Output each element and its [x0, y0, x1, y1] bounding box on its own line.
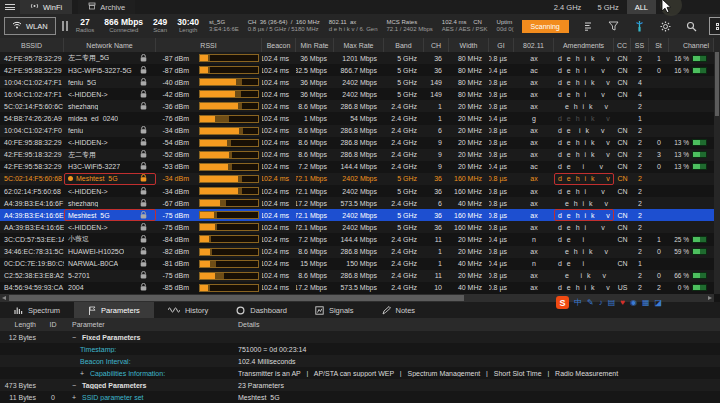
table-row[interactable]: B4:56:94:59:93:CA2004-85 dBm102.4 ms17.2…: [0, 282, 714, 294]
expand-icon[interactable]: +: [72, 394, 78, 401]
table-row[interactable]: 42:FE:95:58:32:29H3C-WiFi5-3227-53 dBm10…: [0, 161, 714, 173]
expand-icon[interactable]: +: [80, 370, 86, 377]
search-icon[interactable]: [685, 19, 699, 33]
table-row[interactable]: 62:02:14:F5:60:68<-HIDDEN->-34 dBm102.4 …: [0, 185, 714, 197]
table-row[interactable]: 54:B8:74:26:26:A9midea_ed_0240-76 dBm102…: [0, 112, 714, 124]
detail-row[interactable]: +Capabilities Information:Transmitter is…: [0, 367, 720, 379]
column-header-gi[interactable]: GI: [489, 38, 514, 52]
table-row[interactable]: 0C:DC:7E:19:B0:C9NARWAL-B0CA-81 dBm102.4…: [0, 258, 714, 270]
scroll-left-arrow-icon[interactable]: [2, 296, 6, 300]
column-header-network-name[interactable]: Network Name: [64, 38, 156, 52]
wlan-adapter-button[interactable]: WLAN: [4, 17, 56, 35]
detail-row[interactable]: Timestamp:751000 = 0d 00:23:14: [0, 343, 720, 355]
cell-amendments: d e i: [554, 258, 614, 270]
tab-spectrum[interactable]: Spectrum: [0, 302, 74, 318]
column-header-band[interactable]: Band: [384, 38, 424, 52]
table-row[interactable]: 16:04:C1:02:47:F1<-HIDDEN->-42 dBm102.4 …: [0, 88, 714, 100]
sogou-chinese-mode-icon[interactable]: 中: [574, 299, 582, 307]
band-tab-24ghz[interactable]: 2.4 GHz: [546, 0, 590, 14]
parameter-label[interactable]: SSID parameter set: [82, 394, 143, 401]
detail-row[interactable]: 473 Bytes−Tagged Parameters23 Parameters: [0, 379, 720, 391]
sogou-keyboard-icon[interactable]: ▤: [608, 299, 616, 307]
parameter-label[interactable]: Beacon Interval:: [80, 358, 131, 365]
band-tab-5ghz[interactable]: 5 GHz: [589, 0, 626, 14]
table-row[interactable]: 10:04:C1:02:47:F1feniu_5G-40 dBm102.4 ms…: [0, 76, 714, 88]
detail-row[interactable]: 12 Bytes−Fixed Parameters: [0, 331, 720, 343]
cell-st: [649, 258, 669, 270]
column-header-ss[interactable]: SS: [631, 38, 649, 52]
hamburger-menu-icon[interactable]: [0, 0, 20, 14]
sogou-skin-icon[interactable]: ♥: [620, 299, 625, 307]
cell-beacon: 102.4 ms: [262, 125, 296, 137]
sogou-game-icon[interactable]: ◉: [630, 299, 637, 307]
cell-ss: 2: [631, 137, 649, 149]
tab-parameters[interactable]: Parameters: [74, 302, 154, 318]
filter-funnel-icon[interactable]: [607, 19, 621, 33]
sogou-toolbox-icon[interactable]: ▦: [642, 299, 650, 307]
pause-icon[interactable]: [62, 21, 68, 31]
column-header-min-rate[interactable]: Min Rate: [296, 38, 334, 52]
antenna-tools-icon[interactable]: [633, 19, 647, 33]
rssi-bar: [199, 199, 259, 207]
tab-history[interactable]: History: [154, 302, 222, 318]
column-header-rssi[interactable]: RSSI: [156, 38, 262, 52]
list-options-icon[interactable]: [581, 19, 595, 33]
table-row[interactable]: 5C:02:14:F5:60:6Cshezhang-36 dBm102.4 ms…: [0, 100, 714, 112]
collapse-icon[interactable]: −: [72, 382, 78, 389]
cell-min-rate: 8.6 Mbps: [296, 270, 334, 282]
table-row[interactable]: 10:04:C1:02:47:F0feniu-34 dBm102.4 ms8.6…: [0, 125, 714, 137]
table-row[interactable]: C2:52:38:E3:E8:A25-2701-75 dBm102.4 ms8.…: [0, 270, 714, 282]
table-row[interactable]: A4:39:B3:E4:16:6Fshezhang-67 dBm102.4 ms…: [0, 197, 714, 209]
chevron-up-icon[interactable]: [656, 0, 674, 14]
view-selector-dropdown[interactable]: Default View: [709, 17, 720, 35]
column-header-width[interactable]: Width: [449, 38, 489, 52]
cell-network-name: 2004: [64, 282, 156, 294]
band-tab-all[interactable]: ALL: [627, 0, 656, 14]
column-header-ch[interactable]: CH: [424, 38, 449, 52]
column-header-cc[interactable]: CC: [614, 38, 631, 52]
settings-gear-icon[interactable]: [659, 19, 673, 33]
vertical-scrollbar[interactable]: [714, 38, 720, 294]
table-row[interactable]: 40:FE:95:88:32:29<-HIDDEN->-54 dBm102.4 …: [0, 137, 714, 149]
rssi-bar-fill: [200, 285, 208, 291]
table-row[interactable]: A4:39:B3:E4:16:6EMeshtest_5G-75 dBm102.4…: [0, 209, 714, 221]
sogou-mic-icon[interactable]: ♪: [599, 299, 603, 307]
rssi-bar-history: [215, 224, 218, 230]
table-row[interactable]: 42:FE:95:18:32:29左二专用-52 dBm102.4 ms8.6 …: [0, 149, 714, 161]
tab-archive[interactable]: Archive: [78, 0, 135, 14]
tab-notes[interactable]: Notes: [368, 302, 430, 318]
detail-row[interactable]: Beacon Interval:102.4 Milliseconds: [0, 355, 720, 367]
cell-ch: 149: [424, 76, 449, 88]
cell-ch: 6: [424, 125, 449, 137]
scroll-right-arrow-icon[interactable]: [708, 296, 712, 300]
column-header-bssid[interactable]: BSSID: [0, 38, 64, 52]
table-row[interactable]: 42:FE:95:78:32:29左二专用_5G-87 dBm102.4 ms3…: [0, 52, 714, 64]
tab-dashboard[interactable]: Dashboard: [222, 302, 301, 318]
channel-usage-bar: [692, 139, 707, 146]
column-header-max-rate[interactable]: Max Rate: [334, 38, 384, 52]
horizontal-scrollbar-thumb[interactable]: [9, 295, 464, 301]
detail-row[interactable]: 11 Bytes0+SSID parameter setMeshtest_5G: [0, 391, 720, 403]
tab-winfi[interactable]: WinFi: [20, 0, 72, 14]
column-header-amendments[interactable]: Amendments: [554, 38, 614, 52]
collapse-icon[interactable]: −: [72, 334, 78, 341]
table-row[interactable]: 34:46:EC:78:31:5CHUAWEI-H1025O-82 dBm102…: [0, 246, 714, 258]
tab-signals[interactable]: Signals: [301, 302, 368, 318]
column-header-channel[interactable]: Channel: [669, 38, 714, 52]
parameter-label[interactable]: Timestamp:: [80, 346, 116, 353]
scanning-button[interactable]: Scanning: [522, 20, 569, 33]
vertical-scrollbar-thumb[interactable]: [715, 52, 719, 116]
info-line2: 00d 0(: [497, 26, 514, 34]
column-header-beacon[interactable]: Beacon: [262, 38, 296, 52]
sogou-logo-icon[interactable]: S: [556, 296, 569, 309]
table-row[interactable]: 3C:CD:57:53:EE:1A小薇逗-84 dBm102.4 ms7.2 M…: [0, 233, 714, 245]
table-row[interactable]: AA:39:B3:E4:16:6E<-HIDDEN->-75 dBm102.4 …: [0, 221, 714, 233]
table-row[interactable]: 5C:02:14:F5:60:68Meshtest_5G-34 dBm102.4…: [0, 173, 714, 185]
table-row[interactable]: 42:FE:95:88:32:29H3C-WiFi5-3227-5G-87 dB…: [0, 64, 714, 76]
parameter-label[interactable]: Capabilities Information:: [90, 370, 165, 377]
column-header-802-11[interactable]: 802.11: [514, 38, 554, 52]
sogou-pen-icon[interactable]: ✎: [587, 299, 594, 307]
sogou-more-icon[interactable]: ◪: [655, 299, 663, 307]
channel-percent: 13 %: [674, 139, 689, 146]
column-header-st[interactable]: St: [649, 38, 669, 52]
